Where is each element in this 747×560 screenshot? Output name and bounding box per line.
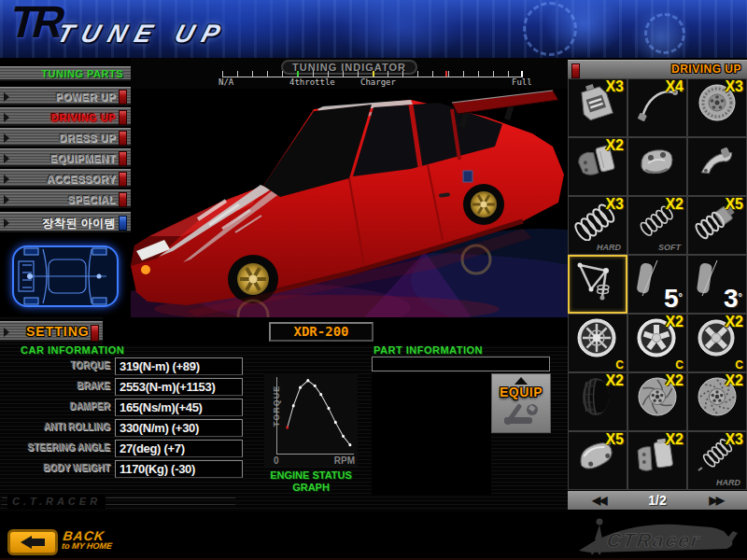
parts-category-label: DRIVING UP [671,63,741,76]
sidebar-item-special[interactable]: SPECIAL [0,189,131,208]
info-row-steering-angle: STEERING ANGLE 27(deg) (+7) [0,440,243,458]
scale-label: Full [512,77,532,87]
car-xray-thumbnail [2,241,129,315]
part-cell-suspension-arm[interactable] [568,255,627,314]
part-cell-brake-caliper[interactable] [627,137,687,196]
item-indicator [119,151,127,166]
lower-left-section: SETTING XDR-200 CAR INFORMATION TORQUE 3… [0,317,568,511]
info-row-brake: BRAKE 2553(N-m)(+1153) [0,378,243,397]
car-name-display: XDR-200 [269,322,374,342]
info-value: 319(N-m) (+89) [115,357,243,375]
part-cell-caliper-bracket[interactable] [687,137,747,196]
caliper-bracket-icon [691,141,743,182]
page-prev-button[interactable]: ◀◀ [592,492,605,509]
scale-tick-red [445,71,447,77]
sidebar-item-equipped-items[interactable]: 장착된 아이템 [0,212,131,232]
part-cell-camber-3[interactable]: 3° [687,255,747,314]
info-value: 330(N/m) (+30) [115,419,243,437]
part-count: X2 [725,372,743,389]
part-cell-brake-disc[interactable]: X3 [687,78,747,137]
part-cell-disc-slotted[interactable]: X2 [627,372,687,431]
part-cell-spring-hard-small[interactable]: X3 HARD [687,431,747,490]
part-description-display [372,373,491,495]
part-information-title: PART INFORMATION [374,344,483,356]
engine-graph: TORQUE 0 RPM [264,373,358,467]
part-cell-camber-5[interactable]: 5° [627,255,687,314]
part-cell-spring-soft[interactable]: X2 SOFT [627,196,687,255]
part-cell-coilover[interactable]: X5 [687,196,747,255]
graph-plot [276,377,354,455]
tuning-scale [222,71,523,77]
arrow-right-icon [4,92,9,102]
info-value: 165(Ns/m)(+45) [115,399,243,416]
part-class: C [735,358,743,371]
car-information-title: CAR INFORMATION [21,344,124,356]
item-indicator [119,110,127,125]
item-indicator [119,90,127,105]
part-tag: SOFT [658,243,681,252]
ctracer-logo: CTRacer [571,513,741,558]
item-indicator [571,63,580,78]
parts-grid: X3 X4 X3 [568,78,747,490]
part-count: X5 [725,196,743,213]
car-render-3d [131,89,568,317]
arrow-right-icon [4,218,9,228]
part-count: X2 [665,431,684,448]
info-row-torque: TORQUE 319(N-m) (+89) [0,357,243,376]
scale-label: 4throttle [289,77,335,87]
part-cell-tire[interactable]: X2 [568,372,627,431]
part-count: X5 [605,431,624,448]
part-class: C [675,358,684,371]
part-count: X2 [605,137,624,154]
part-cell-caliper-rear[interactable]: X5 [568,431,627,490]
part-cell-spring-hard[interactable]: X3 HARD [568,196,627,255]
scale-label: Charger [360,77,396,87]
info-value: 27(deg) (+7) [115,440,243,457]
top-banner: TR TUNE UP [0,0,747,60]
watermark-ctracer: C.T.RACER [2,495,235,509]
part-cell-wheel-multispoke[interactable]: C [568,314,627,372]
item-indicator [91,325,99,342]
part-cell-disc-drilled[interactable]: X2 [687,372,747,431]
tune-up-screen: TR TUNE UP TUNING INDIGATOR N/A 4throttl… [0,0,747,560]
camber-value: 5° [664,286,683,312]
engine-status-caption: ENGINE STATUS GRAPH [252,469,370,494]
parts-panel-header: DRIVING UP [568,60,747,78]
info-value: 2553(N-m)(+1153) [115,378,243,396]
sidebar-item-accessory[interactable]: ACCESSORY [0,169,131,188]
back-button[interactable] [7,529,58,555]
tuning-parts-header: TUNING PARTS [0,66,131,81]
wheel-icon [571,317,624,358]
item-indicator [119,216,127,231]
part-cell-brake-pads-rear[interactable]: X2 [627,431,687,490]
part-cell-wheel-5spoke[interactable]: X2 C [627,314,687,372]
sidebar-item-equipment[interactable]: EQUIPMENT [0,148,131,167]
part-cell-brake-hose[interactable]: X4 [627,78,687,137]
page-next-button[interactable]: ▶▶ [710,492,723,509]
part-count: X3 [605,196,624,213]
part-cell-brake-pads[interactable]: X2 [568,137,627,196]
back-button-label[interactable]: BACK to MY HOME [61,530,114,551]
arrow-right-icon [4,175,9,184]
part-cell-wheel-4spoke[interactable]: X2 C [687,314,747,372]
part-name-display [372,357,550,371]
sidebar-item-power-up[interactable]: POWER UP [0,87,131,105]
wrench-icon [499,400,543,428]
setting-label: SETTING [26,324,90,339]
scale-label: N/A [218,77,233,87]
banner-art [523,2,577,56]
arrow-right-icon [4,133,9,143]
info-row-body-weight: BODY WEIGHT 1170(Kg) (-30) [0,460,243,479]
part-tag: HARD [716,478,740,487]
tuning-indicator-bar: TUNING INDIGATOR N/A 4throttle Charger F… [131,58,568,89]
sidebar-item-driving-up[interactable]: DRIVING UP [0,107,131,126]
sidebar-item-dress-up[interactable]: DRESS UP [0,128,131,147]
part-cell-brake-fluid[interactable]: X3 [568,78,627,137]
part-count: X3 [725,431,743,448]
item-indicator [119,192,127,207]
brake-caliper-icon [631,141,684,182]
arrow-right-icon [4,195,9,204]
equip-button[interactable]: EQUIP [491,373,551,433]
part-count: X4 [665,78,684,95]
car-viewport [131,89,568,317]
